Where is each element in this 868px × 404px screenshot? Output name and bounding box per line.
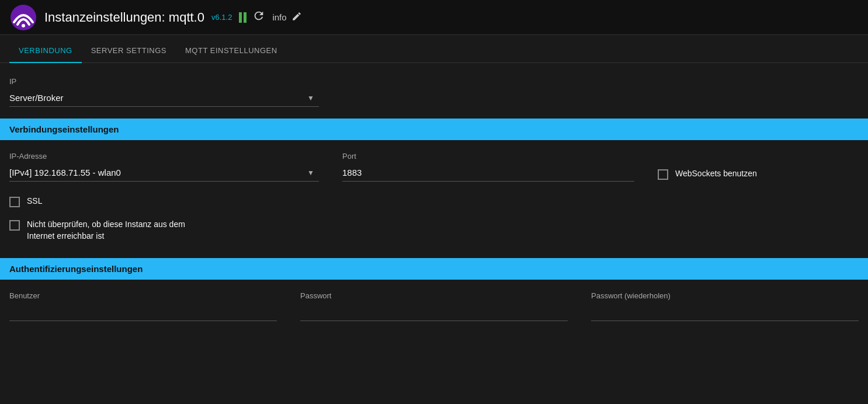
port-input-wrapper: 1883: [342, 164, 634, 182]
tab-mqtt-einstellungen[interactable]: MQTT EINSTELLUNGEN: [176, 39, 287, 63]
ip-port-row: IP-Adresse [IPv4] 192.168.71.55 - wlan0 …: [9, 152, 859, 182]
passwort-field: Passwort: [300, 291, 568, 321]
benutzer-field: Benutzer: [9, 291, 277, 321]
port-input[interactable]: 1883: [342, 164, 634, 182]
nicht-pruefen-row: Nicht überprüfen, ob diese Instanz aus d…: [9, 219, 859, 242]
app-logo: [9, 4, 37, 32]
ip-field: IP Server/Broker Client/Subscriber ▼: [9, 77, 859, 107]
ip-select[interactable]: Server/Broker Client/Subscriber: [9, 89, 319, 107]
ip-select-wrapper: Server/Broker Client/Subscriber ▼: [9, 89, 319, 107]
ip-adresse-label: IP-Adresse: [9, 152, 319, 161]
header: Instanzeinstellungen: mqtt.0 v6.1.2 info: [0, 0, 868, 35]
passwort-input[interactable]: [300, 304, 568, 321]
websockets-checkbox[interactable]: [658, 169, 668, 180]
version-badge: v6.1.2: [211, 13, 232, 22]
ip-adresse-select-wrapper: [IPv4] 192.168.71.55 - wlan0 0.0.0.0 - a…: [9, 164, 319, 182]
ssl-label: SSL: [27, 196, 42, 207]
reload-icon[interactable]: [252, 9, 265, 25]
websockets-row: WebSockets benutzen: [658, 168, 757, 180]
ssl-row: SSL: [9, 196, 859, 207]
edit-icon[interactable]: [291, 11, 302, 24]
ssl-checkbox[interactable]: [9, 197, 20, 207]
auth-form-row: Benutzer Passwort Passwort (wiederholen): [9, 291, 859, 321]
nicht-pruefen-label: Nicht überprüfen, ob diese Instanz aus d…: [27, 219, 185, 242]
passwort-wiederholen-input[interactable]: [591, 304, 859, 321]
port-label: Port: [342, 152, 634, 161]
ip-adresse-field: IP-Adresse [IPv4] 192.168.71.55 - wlan0 …: [9, 152, 319, 182]
passwort-wiederholen-label: Passwort (wiederholen): [591, 291, 859, 300]
tab-verbindung[interactable]: VERBINDUNG: [9, 39, 82, 63]
tab-server-settings[interactable]: SERVER SETTINGS: [82, 39, 176, 63]
page-title: Instanzeinstellungen: mqtt.0: [44, 10, 204, 25]
verbindung-section-header: Verbindungseinstellungen: [0, 119, 868, 140]
ip-label: IP: [9, 77, 859, 86]
websockets-section: WebSockets benutzen: [658, 152, 757, 180]
passwort-wiederholen-field: Passwort (wiederholen): [591, 291, 859, 321]
tab-bar: VERBINDUNG SERVER SETTINGS MQTT EINSTELL…: [0, 35, 868, 63]
pause-icon[interactable]: [239, 12, 246, 23]
info-label[interactable]: info: [272, 12, 286, 22]
svg-point-1: [22, 24, 25, 27]
websockets-label: WebSockets benutzen: [675, 168, 757, 180]
main-content: IP Server/Broker Client/Subscriber ▼ Ver…: [0, 63, 868, 335]
benutzer-input[interactable]: [9, 304, 277, 321]
benutzer-label: Benutzer: [9, 291, 277, 300]
ip-adresse-select[interactable]: [IPv4] 192.168.71.55 - wlan0 0.0.0.0 - a…: [9, 164, 319, 182]
auth-section-header: Authentifizierungseinstellungen: [0, 258, 868, 280]
nicht-pruefen-checkbox[interactable]: [9, 220, 20, 231]
port-field: Port 1883: [342, 152, 634, 182]
passwort-label: Passwort: [300, 291, 568, 300]
